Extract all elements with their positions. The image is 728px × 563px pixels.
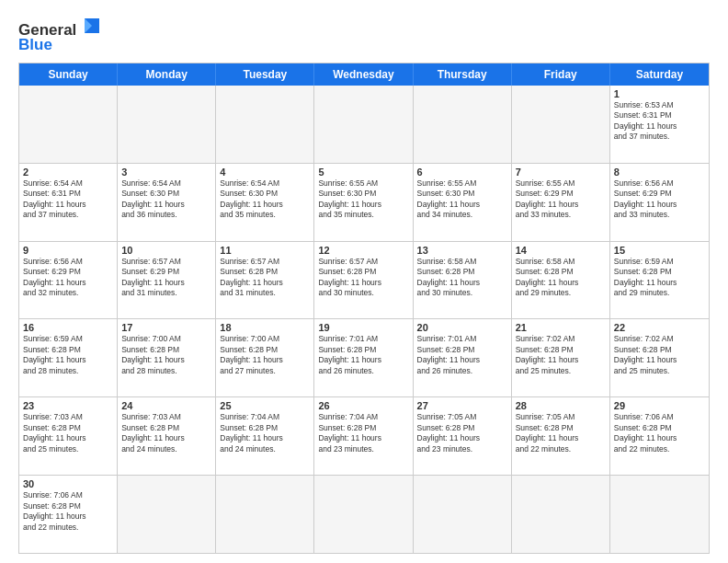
cell-info: Sunrise: 6:57 AM Sunset: 6:28 PM Dayligh…: [318, 257, 408, 299]
cal-cell: [118, 476, 216, 553]
day-number: 25: [220, 400, 310, 411]
cell-info: Sunrise: 7:01 AM Sunset: 6:28 PM Dayligh…: [318, 334, 408, 376]
cal-cell: [512, 476, 610, 553]
day-number: 2: [23, 167, 113, 178]
day-number: 15: [614, 245, 705, 256]
cal-cell: [118, 86, 216, 163]
cal-cell: 6Sunrise: 6:55 AM Sunset: 6:30 PM Daylig…: [414, 164, 512, 241]
day-number: 21: [516, 322, 606, 333]
cal-cell: 9Sunrise: 6:56 AM Sunset: 6:29 PM Daylig…: [19, 242, 118, 319]
cell-info: Sunrise: 7:02 AM Sunset: 6:28 PM Dayligh…: [614, 334, 705, 376]
day-number: 12: [318, 245, 408, 256]
day-number: 13: [417, 245, 507, 256]
cal-cell: 1Sunrise: 6:53 AM Sunset: 6:31 PM Daylig…: [610, 86, 709, 163]
cell-info: Sunrise: 6:55 AM Sunset: 6:30 PM Dayligh…: [318, 178, 408, 221]
header-day-thursday: Thursday: [414, 63, 512, 86]
cell-info: Sunrise: 7:03 AM Sunset: 6:28 PM Dayligh…: [23, 412, 113, 454]
cal-cell: 8Sunrise: 6:56 AM Sunset: 6:29 PM Daylig…: [610, 164, 709, 241]
cal-cell: [314, 86, 413, 163]
day-number: 26: [318, 400, 408, 411]
cell-info: Sunrise: 6:54 AM Sunset: 6:31 PM Dayligh…: [23, 178, 113, 221]
day-number: 7: [516, 167, 606, 178]
cell-info: Sunrise: 6:59 AM Sunset: 6:28 PM Dayligh…: [23, 334, 113, 376]
cal-cell: 19Sunrise: 7:01 AM Sunset: 6:28 PM Dayli…: [314, 319, 413, 396]
calendar-body: 1Sunrise: 6:53 AM Sunset: 6:31 PM Daylig…: [19, 86, 709, 553]
cal-cell: 7Sunrise: 6:55 AM Sunset: 6:29 PM Daylig…: [512, 164, 610, 241]
cal-cell: 26Sunrise: 7:04 AM Sunset: 6:28 PM Dayli…: [314, 397, 413, 475]
cal-cell: 2Sunrise: 6:54 AM Sunset: 6:31 PM Daylig…: [19, 164, 118, 241]
header-day-sunday: Sunday: [19, 63, 118, 86]
logo-text: General Blue: [18, 15, 101, 55]
week-row-4: 16Sunrise: 6:59 AM Sunset: 6:28 PM Dayli…: [19, 319, 709, 397]
cal-cell: [610, 476, 709, 553]
day-number: 28: [516, 400, 606, 411]
day-number: 29: [614, 400, 705, 411]
cell-info: Sunrise: 7:06 AM Sunset: 6:28 PM Dayligh…: [23, 490, 113, 533]
cell-info: Sunrise: 6:58 AM Sunset: 6:28 PM Dayligh…: [417, 257, 507, 299]
cal-cell: 10Sunrise: 6:57 AM Sunset: 6:29 PM Dayli…: [118, 242, 216, 319]
cal-cell: [414, 86, 512, 163]
cell-info: Sunrise: 6:59 AM Sunset: 6:28 PM Dayligh…: [614, 257, 705, 299]
cal-cell: 13Sunrise: 6:58 AM Sunset: 6:28 PM Dayli…: [414, 242, 512, 319]
header: General Blue: [18, 15, 710, 55]
week-row-1: 1Sunrise: 6:53 AM Sunset: 6:31 PM Daylig…: [19, 86, 709, 164]
cal-cell: [512, 86, 610, 163]
day-number: 30: [23, 478, 113, 489]
cal-cell: 23Sunrise: 7:03 AM Sunset: 6:28 PM Dayli…: [19, 397, 118, 475]
logo: General Blue: [18, 15, 101, 55]
day-number: 6: [417, 167, 507, 178]
week-row-6: 30Sunrise: 7:06 AM Sunset: 6:28 PM Dayli…: [19, 476, 709, 553]
day-number: 11: [220, 245, 310, 256]
cell-info: Sunrise: 7:06 AM Sunset: 6:28 PM Dayligh…: [614, 412, 705, 454]
cal-cell: [216, 86, 314, 163]
day-number: 16: [23, 322, 113, 333]
cal-cell: 30Sunrise: 7:06 AM Sunset: 6:28 PM Dayli…: [19, 476, 118, 553]
day-number: 5: [318, 167, 408, 178]
cell-info: Sunrise: 6:57 AM Sunset: 6:29 PM Dayligh…: [121, 257, 211, 299]
day-number: 20: [417, 322, 507, 333]
cal-cell: 29Sunrise: 7:06 AM Sunset: 6:28 PM Dayli…: [610, 397, 709, 475]
cell-info: Sunrise: 6:54 AM Sunset: 6:30 PM Dayligh…: [121, 178, 211, 221]
cal-cell: 15Sunrise: 6:59 AM Sunset: 6:28 PM Dayli…: [610, 242, 709, 319]
cal-cell: 16Sunrise: 6:59 AM Sunset: 6:28 PM Dayli…: [19, 319, 118, 396]
cell-info: Sunrise: 7:05 AM Sunset: 6:28 PM Dayligh…: [516, 412, 606, 454]
cal-cell: 14Sunrise: 6:58 AM Sunset: 6:28 PM Dayli…: [512, 242, 610, 319]
cell-info: Sunrise: 6:56 AM Sunset: 6:29 PM Dayligh…: [614, 178, 705, 221]
day-number: 4: [220, 167, 310, 178]
header-day-tuesday: Tuesday: [216, 63, 314, 86]
cal-cell: 17Sunrise: 7:00 AM Sunset: 6:28 PM Dayli…: [118, 319, 216, 396]
calendar: SundayMondayTuesdayWednesdayThursdayFrid…: [18, 63, 710, 554]
cell-info: Sunrise: 7:02 AM Sunset: 6:28 PM Dayligh…: [516, 334, 606, 376]
day-number: 8: [614, 167, 705, 178]
day-number: 17: [121, 322, 211, 333]
header-day-saturday: Saturday: [610, 63, 709, 86]
cell-info: Sunrise: 7:00 AM Sunset: 6:28 PM Dayligh…: [220, 334, 310, 376]
cal-cell: 3Sunrise: 6:54 AM Sunset: 6:30 PM Daylig…: [118, 164, 216, 241]
cal-cell: [414, 476, 512, 553]
cell-info: Sunrise: 7:00 AM Sunset: 6:28 PM Dayligh…: [121, 334, 211, 376]
cell-info: Sunrise: 7:05 AM Sunset: 6:28 PM Dayligh…: [417, 412, 507, 454]
header-day-monday: Monday: [118, 63, 216, 86]
cell-info: Sunrise: 7:04 AM Sunset: 6:28 PM Dayligh…: [220, 412, 310, 454]
day-number: 27: [417, 400, 507, 411]
cal-cell: 18Sunrise: 7:00 AM Sunset: 6:28 PM Dayli…: [216, 319, 314, 396]
cal-cell: 12Sunrise: 6:57 AM Sunset: 6:28 PM Dayli…: [314, 242, 413, 319]
cell-info: Sunrise: 6:54 AM Sunset: 6:30 PM Dayligh…: [220, 178, 310, 221]
cal-cell: 4Sunrise: 6:54 AM Sunset: 6:30 PM Daylig…: [216, 164, 314, 241]
cal-cell: 5Sunrise: 6:55 AM Sunset: 6:30 PM Daylig…: [314, 164, 413, 241]
cal-cell: 11Sunrise: 6:57 AM Sunset: 6:28 PM Dayli…: [216, 242, 314, 319]
cal-cell: [19, 86, 118, 163]
cal-cell: [216, 476, 314, 553]
cell-info: Sunrise: 7:03 AM Sunset: 6:28 PM Dayligh…: [121, 412, 211, 454]
day-number: 3: [121, 167, 211, 178]
cell-info: Sunrise: 7:01 AM Sunset: 6:28 PM Dayligh…: [417, 334, 507, 376]
week-row-3: 9Sunrise: 6:56 AM Sunset: 6:29 PM Daylig…: [19, 242, 709, 320]
cell-info: Sunrise: 6:55 AM Sunset: 6:29 PM Dayligh…: [516, 178, 606, 221]
cell-info: Sunrise: 6:53 AM Sunset: 6:31 PM Dayligh…: [614, 100, 705, 143]
day-number: 10: [121, 245, 211, 256]
cal-cell: [314, 476, 413, 553]
header-day-friday: Friday: [512, 63, 610, 86]
cal-cell: 27Sunrise: 7:05 AM Sunset: 6:28 PM Dayli…: [414, 397, 512, 475]
cal-cell: 28Sunrise: 7:05 AM Sunset: 6:28 PM Dayli…: [512, 397, 610, 475]
day-number: 9: [23, 245, 113, 256]
